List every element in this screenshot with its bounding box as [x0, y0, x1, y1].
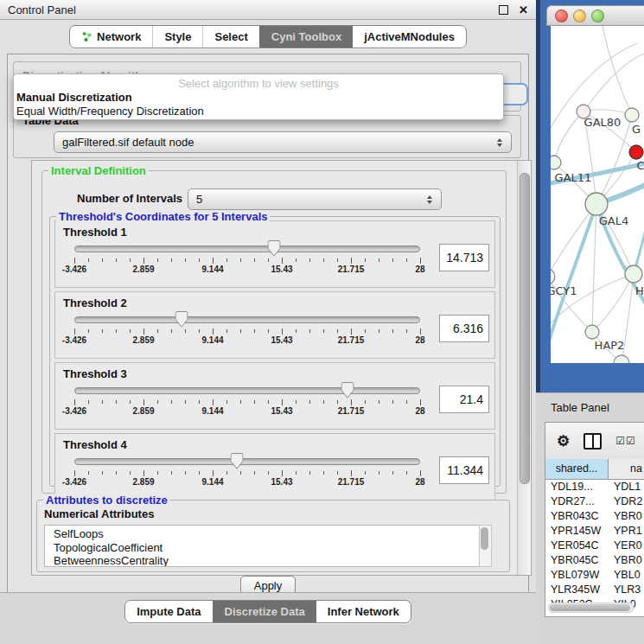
cell-name[interactable]: YLR3	[608, 583, 644, 597]
cell-name[interactable]: YPR1	[608, 524, 644, 539]
settings-scrollbar[interactable]	[517, 161, 531, 575]
network-canvas[interactable]: GAL80GCGAL11GAL4GCY1HHAP2	[551, 26, 644, 363]
network-edge[interactable]	[603, 26, 632, 115]
table-row[interactable]: YER054CYER0	[545, 539, 644, 553]
slider-handle[interactable]	[341, 382, 354, 399]
dropdown-option-manual[interactable]: Manual Discretization	[14, 91, 503, 104]
numerical-attributes-list[interactable]: SelfLoopsTopologicalCoefficientBetweenne…	[44, 525, 480, 567]
table-row[interactable]: YDL19...YDL1	[545, 480, 644, 494]
threshold-slider[interactable]: -3.4262.8599.14415.4321.71528	[74, 452, 420, 488]
table-horizontal-scrollbar[interactable]	[548, 603, 634, 613]
cell-shared-name[interactable]: YLR345W	[545, 583, 608, 597]
scrollbar-thumb[interactable]	[550, 604, 630, 611]
cell-shared-name[interactable]: YBL079W	[545, 568, 608, 583]
tab-network[interactable]: Network	[70, 26, 152, 48]
close-traffic-light[interactable]	[555, 10, 568, 22]
tab-jactivemnodules[interactable]: jActiveMNodules	[353, 26, 466, 48]
threshold-value-field[interactable]: 11.344	[439, 456, 489, 484]
cell-shared-name[interactable]: YBR045C	[545, 553, 608, 568]
network-node[interactable]	[585, 325, 599, 339]
tick-label: 15.43	[271, 477, 292, 487]
slider-track[interactable]	[74, 245, 420, 252]
threshold-slider[interactable]: -3.4262.8599.14415.4321.71528	[74, 310, 420, 347]
zoom-traffic-light[interactable]	[591, 10, 604, 22]
slider-track[interactable]	[74, 458, 420, 465]
slider-handle[interactable]	[267, 240, 280, 257]
threshold-value-field[interactable]: 6.316	[439, 315, 489, 342]
tab-label: Select	[214, 30, 247, 43]
dropdown-option-equal-width[interactable]: Equal Width/Frequency Discretization	[14, 105, 503, 118]
tick-label: 2.859	[132, 477, 154, 487]
table-data-combo[interactable]: galFiltered.sif default node	[54, 131, 512, 153]
slider-handle[interactable]	[175, 311, 188, 328]
slider-track[interactable]	[74, 316, 420, 323]
cyni-bottom-tabbar: Impute Data Discretize Data Infer Networ…	[0, 592, 536, 644]
table-row[interactable]: YLR345WYLR3	[545, 583, 644, 597]
attribute-list-item[interactable]: SelfLoops	[54, 527, 479, 541]
algorithm-dropdown-popup: Select algorithm to view settings Manual…	[13, 73, 504, 120]
tab-impute-data[interactable]: Impute Data	[125, 601, 212, 622]
table-data-group: Table Data galFiltered.sif default node	[13, 115, 521, 158]
network-node-label: H	[635, 284, 644, 297]
threshold-value-field[interactable]: 21.4	[439, 386, 489, 413]
tab-label: Network	[97, 30, 141, 43]
attribute-list-item[interactable]: BetweennessCentrality	[54, 554, 479, 567]
number-of-intervals-combo[interactable]: 5	[188, 188, 442, 210]
cell-shared-name[interactable]: YER054C	[545, 539, 608, 553]
scrollbar-thumb[interactable]	[481, 527, 488, 550]
cell-shared-name[interactable]: YDL19...	[545, 480, 608, 494]
cell-name[interactable]: YBL0	[608, 568, 644, 583]
attribute-list-item[interactable]: TopologicalCoefficient	[54, 541, 479, 555]
network-node[interactable]	[629, 145, 643, 159]
slider-handle[interactable]	[231, 453, 244, 469]
network-node[interactable]	[625, 108, 639, 122]
cell-name[interactable]: YDR2	[608, 494, 644, 509]
interval-definition-group: Interval Definition Number of Intervals …	[41, 170, 507, 494]
network-edge[interactable]	[554, 112, 583, 163]
cell-shared-name[interactable]: YDR27...	[545, 494, 608, 509]
scrollbar-thumb[interactable]	[520, 173, 530, 484]
tick-label: -3.426	[62, 335, 86, 345]
network-node[interactable]	[585, 193, 608, 215]
table-row[interactable]: YBL079WYBL0	[545, 568, 644, 583]
gear-icon[interactable]: ⚙	[557, 434, 570, 449]
column-header-shared-name[interactable]: shared...	[545, 459, 609, 479]
attributes-list-scrollbar[interactable]	[479, 525, 492, 567]
cyni-toolbox-panel: Discretization Algorithm Select algorith…	[7, 54, 529, 600]
cell-shared-name[interactable]: YBR043C	[545, 509, 608, 524]
slider-track[interactable]	[74, 387, 420, 394]
close-icon[interactable]: ✕	[519, 4, 528, 16]
select-columns-icon[interactable]: ☑☑	[615, 435, 636, 447]
tab-infer-network[interactable]: Infer Network	[316, 601, 411, 622]
cell-name[interactable]: YDL1	[608, 480, 644, 494]
threshold-slider[interactable]: -3.4262.8599.14415.4321.71528	[74, 239, 420, 276]
tab-cyni-toolbox[interactable]: Cyni Toolbox	[259, 26, 353, 48]
table-row[interactable]: YPR145WYPR1	[545, 524, 644, 539]
tab-discretize-data[interactable]: Discretize Data	[213, 601, 316, 622]
tab-select[interactable]: Select	[202, 26, 258, 48]
table-row[interactable]: YDR27...YDR2	[545, 494, 644, 509]
interval-definition-label: Interval Definition	[48, 164, 149, 177]
network-node[interactable]	[625, 265, 642, 283]
threshold-value-field[interactable]: 14.713	[439, 244, 489, 271]
cell-name[interactable]: YBR0	[608, 509, 644, 524]
network-node[interactable]	[551, 156, 561, 169]
network-node[interactable]	[614, 355, 629, 363]
column-header-name[interactable]: na	[609, 459, 644, 479]
network-canvas-svg: GAL80GCGAL11GAL4GCY1HHAP2	[551, 26, 644, 363]
minimize-traffic-light[interactable]	[573, 10, 586, 22]
table-row[interactable]: YBR045CYBR0	[545, 553, 644, 568]
cell-shared-name[interactable]: YPR145W	[545, 524, 608, 539]
cell-name[interactable]: YER0	[608, 539, 644, 553]
cell-name[interactable]: YBR0	[608, 553, 644, 568]
network-node[interactable]	[551, 269, 555, 284]
threshold-title: Threshold 2	[63, 296, 489, 309]
columns-icon[interactable]	[583, 433, 602, 450]
table-row[interactable]: YBR043CYBR0	[545, 509, 644, 524]
network-edge[interactable]	[583, 52, 644, 112]
tick-label: 28	[415, 265, 424, 274]
float-window-icon[interactable]	[499, 5, 508, 15]
network-edge[interactable]	[592, 204, 596, 332]
threshold-slider[interactable]: -3.4262.8599.14415.4321.71528	[74, 381, 420, 418]
tab-style[interactable]: Style	[152, 26, 202, 48]
